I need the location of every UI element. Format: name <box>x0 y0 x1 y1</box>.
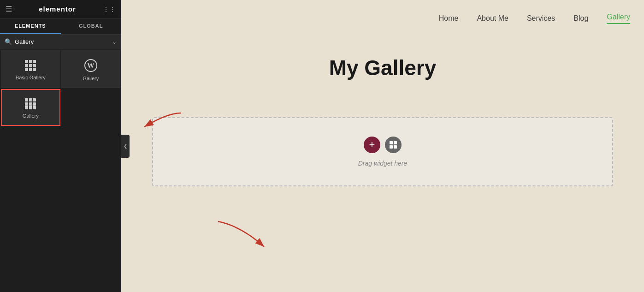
chevron-down-icon[interactable]: ⌄ <box>112 39 117 45</box>
drop-zone-actions: + <box>364 137 402 153</box>
nav-gallery[interactable]: Gallery <box>607 13 630 24</box>
gallery-grid-label: Gallery <box>23 113 39 119</box>
basic-gallery-icon <box>25 60 36 71</box>
svg-rect-4 <box>390 145 393 149</box>
wordpress-icon: W <box>84 59 97 72</box>
search-input[interactable] <box>15 38 112 45</box>
basic-gallery-label: Basic Gallery <box>16 75 46 80</box>
drop-zone[interactable]: + Drag widget here <box>152 117 613 186</box>
page-title: My Gallery <box>329 55 437 80</box>
apps-icon[interactable]: ⋮⋮ <box>103 6 116 13</box>
search-icon: 🔍 <box>5 38 12 45</box>
layout-icon <box>389 141 397 149</box>
nav-bar: Home About Me Services Blog Gallery <box>121 0 644 37</box>
sidebar: ☰ elementor ⋮⋮ ELEMENTS GLOBAL 🔍 ⌄ Basic… <box>0 0 121 292</box>
add-widget-button[interactable]: + <box>364 137 380 153</box>
sidebar-header: ☰ elementor ⋮⋮ <box>0 0 121 18</box>
widget-gallery-wp[interactable]: W Gallery <box>61 50 121 88</box>
drag-widget-text: Drag widget here <box>358 160 408 167</box>
svg-rect-3 <box>394 141 397 144</box>
gallery-wp-label: Gallery <box>83 76 99 81</box>
svg-rect-2 <box>390 141 393 144</box>
widget-gallery-grid[interactable]: Gallery <box>1 89 60 126</box>
tabs-bar: ELEMENTS GLOBAL <box>0 18 121 35</box>
tab-global[interactable]: GLOBAL <box>61 18 122 34</box>
main-content: ❮ Home About Me Services Blog Gallery My… <box>121 0 644 292</box>
nav-home[interactable]: Home <box>439 14 459 23</box>
layout-button[interactable] <box>385 137 402 153</box>
page-body: My Gallery + <box>121 37 644 292</box>
search-bar: 🔍 ⌄ <box>0 35 121 49</box>
tab-elements[interactable]: ELEMENTS <box>0 18 61 34</box>
arrow-annotation-2 <box>213 217 273 254</box>
elementor-logo: elementor <box>39 5 76 13</box>
collapse-handle[interactable]: ❮ <box>121 135 130 158</box>
nav-about[interactable]: About Me <box>477 14 508 23</box>
hamburger-icon[interactable]: ☰ <box>6 5 12 13</box>
gallery-grid-icon <box>25 98 36 109</box>
widgets-grid: Basic Gallery W Gallery Gallery <box>0 49 121 127</box>
svg-rect-5 <box>394 145 397 149</box>
widget-basic-gallery[interactable]: Basic Gallery <box>1 50 60 88</box>
nav-services[interactable]: Services <box>527 14 555 23</box>
nav-blog[interactable]: Blog <box>573 14 588 23</box>
